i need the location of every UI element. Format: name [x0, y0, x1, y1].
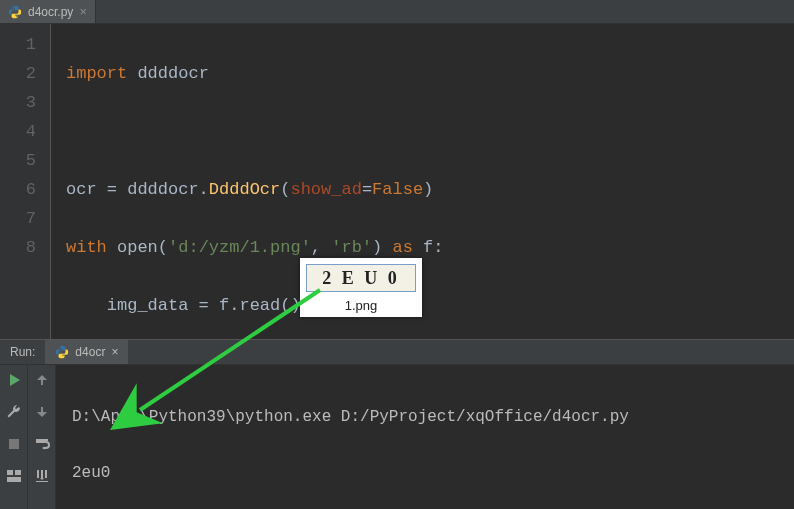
wrench-settings-icon[interactable]	[5, 403, 23, 421]
svg-rect-3	[15, 470, 21, 475]
layout-settings-icon[interactable]	[5, 467, 23, 485]
scroll-to-end-icon[interactable]	[33, 467, 51, 485]
line-number-gutter: 1 2 3 4 5 6 7 8	[0, 24, 50, 339]
captcha-image: 2 E U 0	[306, 264, 416, 292]
run-toolbar-secondary	[28, 365, 56, 509]
line-number: 2	[0, 59, 36, 88]
run-tool-window-body: D:\Apps\Python39\python.exe D:/PyProject…	[0, 365, 794, 509]
code-token: False	[372, 180, 423, 199]
soft-wrap-icon[interactable]	[33, 435, 51, 453]
stop-button[interactable]	[5, 435, 23, 453]
code-token: f:	[423, 238, 443, 257]
line-number: 4	[0, 117, 36, 146]
code-token: img_data = f.read()	[66, 296, 301, 315]
code-token: 'rb'	[331, 238, 372, 257]
line-number: 6	[0, 175, 36, 204]
code-token: ,	[311, 238, 331, 257]
image-filename-label: 1.png	[306, 298, 416, 313]
file-tab-label: d4ocr.py	[28, 5, 73, 19]
code-token: (	[280, 180, 290, 199]
file-tab[interactable]: d4ocr.py ×	[0, 0, 96, 23]
console-line: D:\Apps\Python39\python.exe D:/PyProject…	[72, 403, 778, 431]
rerun-button[interactable]	[5, 371, 23, 389]
up-arrow-icon[interactable]	[33, 371, 51, 389]
code-token: with	[66, 238, 117, 257]
line-number: 7	[0, 204, 36, 233]
code-token: show_ad	[290, 180, 361, 199]
close-tab-icon[interactable]: ×	[79, 4, 87, 19]
line-number: 1	[0, 30, 36, 59]
code-token: =	[362, 180, 372, 199]
code-token: ddddocr	[137, 64, 208, 83]
run-label: Run:	[0, 345, 45, 359]
svg-rect-4	[7, 477, 21, 482]
code-token: open	[117, 238, 158, 257]
close-run-tab-icon[interactable]: ×	[111, 345, 118, 359]
console-line: 2eu0	[72, 459, 778, 487]
image-preview-tooltip: 2 E U 0 1.png	[300, 258, 422, 317]
code-token: )	[423, 180, 433, 199]
python-file-icon	[8, 5, 22, 19]
code-token: ocr = ddddocr.	[66, 180, 209, 199]
code-token: as	[392, 238, 423, 257]
svg-rect-2	[7, 470, 13, 475]
python-file-icon	[55, 345, 69, 359]
code-token: )	[372, 238, 392, 257]
run-toolbar-primary	[0, 365, 28, 509]
line-number: 8	[0, 233, 36, 262]
file-tab-bar: d4ocr.py ×	[0, 0, 794, 24]
line-number: 5	[0, 146, 36, 175]
svg-rect-1	[9, 439, 19, 449]
console-output[interactable]: D:\Apps\Python39\python.exe D:/PyProject…	[56, 365, 794, 509]
down-arrow-icon[interactable]	[33, 403, 51, 421]
run-config-name: d4ocr	[75, 345, 105, 359]
code-token: 'd:/yzm/1.png'	[168, 238, 311, 257]
code-token: (	[158, 238, 168, 257]
code-token: import	[66, 64, 137, 83]
code-token: DdddOcr	[209, 180, 280, 199]
run-config-tab[interactable]: d4ocr ×	[45, 340, 128, 364]
line-number: 3	[0, 88, 36, 117]
run-tool-window-header: Run: d4ocr ×	[0, 339, 794, 365]
